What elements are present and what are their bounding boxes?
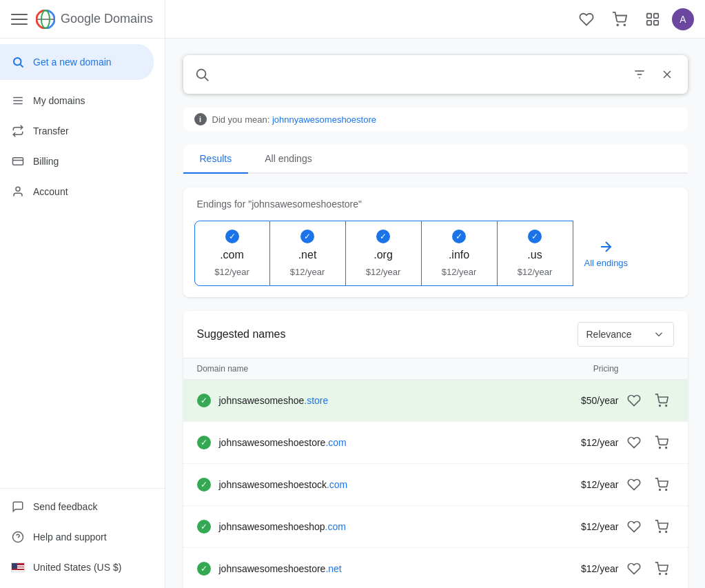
svg-point-36 <box>659 574 660 575</box>
ending-card-net[interactable]: ✓ .net $12/year <box>270 221 346 286</box>
domain-base-0: johnsawesomeshoe <box>219 395 305 406</box>
did-you-mean-prefix: Did you mean: <box>212 114 272 125</box>
save-domain-btn-1[interactable] <box>622 430 646 455</box>
clear-button[interactable] <box>657 65 677 84</box>
svg-rect-8 <box>13 158 23 165</box>
domain-check-0: ✓ <box>197 394 211 407</box>
ending-price-us: $12/year <box>518 267 553 277</box>
svg-point-32 <box>659 489 660 491</box>
svg-point-31 <box>665 447 666 449</box>
domain-base-2: johnsawesomeshoestock <box>219 479 327 490</box>
col-price: Pricing <box>536 364 619 374</box>
svg-point-13 <box>617 24 618 26</box>
did-you-mean-link[interactable]: johnnyawesomeshoestore <box>272 114 376 125</box>
ending-card-com[interactable]: ✓ .com $12/year <box>194 221 270 286</box>
domain-price-3: $12/year <box>536 521 619 532</box>
domain-tld-0: .store <box>304 395 328 406</box>
sidebar-item-billing-label: Billing <box>33 156 59 167</box>
add-cart-btn-0[interactable] <box>649 388 674 413</box>
endings-section: Endings for "johnsawesomeshoestore" ✓ .c… <box>183 187 688 297</box>
endings-grid: ✓ .com $12/year ✓ .net $12/year ✓ .org $… <box>183 215 688 297</box>
relevance-select[interactable]: Relevance <box>578 322 674 347</box>
domain-row: ✓ johnsawesomeshoeshop.com $12/year <box>183 506 688 548</box>
tab-bar: Results All endings <box>183 145 688 174</box>
save-domain-btn-0[interactable] <box>622 388 646 413</box>
all-endings-button[interactable]: All endings <box>573 221 640 286</box>
domain-base-4: johnsawesomeshoestore <box>219 563 326 574</box>
domain-tld-3: .com <box>325 521 346 532</box>
svg-point-34 <box>659 531 660 533</box>
domain-name-0: johnsawesomeshoe.store <box>219 395 536 406</box>
ending-card-us[interactable]: ✓ .us $12/year <box>498 221 573 286</box>
domain-check-4: ✓ <box>197 562 211 576</box>
sidebar-header: Google Domains <box>0 0 165 39</box>
svg-point-10 <box>16 187 20 191</box>
search-bar-icon <box>194 67 210 82</box>
ending-card-info[interactable]: ✓ .info $12/year <box>422 221 498 286</box>
ending-check-net: ✓ <box>300 230 314 243</box>
list-icon <box>11 94 25 108</box>
svg-point-37 <box>665 574 666 575</box>
menu-icon[interactable] <box>11 11 28 28</box>
sidebar-item-get-domain[interactable]: Get a new domain <box>0 44 154 80</box>
domain-tld-2: .com <box>327 479 347 490</box>
ending-check-org: ✓ <box>376 230 390 243</box>
apps-icon-button[interactable] <box>639 6 666 33</box>
google-domains-logo <box>36 10 55 29</box>
domain-actions-4 <box>619 556 674 581</box>
topbar: A <box>165 0 705 39</box>
sidebar-item-united-states[interactable]: United States (US $) <box>0 552 154 582</box>
col-domain: Domain name <box>197 364 536 374</box>
account-icon <box>11 185 25 199</box>
svg-point-14 <box>624 24 625 26</box>
sidebar-item-help-support[interactable]: Help and support <box>0 522 154 552</box>
sidebar-item-get-domain-label: Get a new domain <box>33 57 112 68</box>
sidebar-item-my-domains[interactable]: My domains <box>0 85 154 116</box>
did-you-mean-bar: i Did you mean: johnnyawesomeshoestore <box>183 108 688 131</box>
domain-name-4: johnsawesomeshoestore.net <box>219 563 536 574</box>
svg-point-35 <box>665 531 666 533</box>
add-cart-btn-4[interactable] <box>649 556 674 581</box>
domain-tld-4: .net <box>325 563 341 574</box>
flag-icon <box>11 560 25 574</box>
svg-line-20 <box>205 77 208 81</box>
svg-rect-16 <box>654 13 658 17</box>
domain-check-2: ✓ <box>197 478 211 491</box>
sidebar-item-send-feedback[interactable]: Send feedback <box>0 491 154 522</box>
tab-all-endings[interactable]: All endings <box>248 145 329 174</box>
ending-price-net: $12/year <box>290 267 325 277</box>
tab-results[interactable]: Results <box>183 145 249 174</box>
add-cart-btn-2[interactable] <box>649 472 674 497</box>
avatar[interactable]: A <box>672 8 694 30</box>
ending-price-com: $12/year <box>214 267 249 277</box>
search-input[interactable]: johnsawesomeshoestore <box>218 68 622 81</box>
suggested-header: Suggested names Relevance <box>183 311 688 358</box>
info-icon: i <box>194 113 207 125</box>
ending-price-info: $12/year <box>442 267 477 277</box>
transfer-icon <box>11 124 25 138</box>
sidebar-item-account[interactable]: Account <box>0 176 154 207</box>
help-icon <box>11 530 25 544</box>
sidebar-item-billing[interactable]: Billing <box>0 146 154 176</box>
add-cart-btn-3[interactable] <box>649 514 674 539</box>
domain-actions-1 <box>619 430 674 455</box>
save-icon-button[interactable] <box>573 6 600 33</box>
filter-button[interactable] <box>630 65 649 84</box>
save-domain-btn-2[interactable] <box>622 472 646 497</box>
save-domain-btn-3[interactable] <box>622 514 646 539</box>
svg-point-33 <box>665 489 666 491</box>
ending-card-org[interactable]: ✓ .org $12/year <box>346 221 422 286</box>
ending-name-info: .info <box>449 249 469 261</box>
sidebar-item-transfer-label: Transfer <box>33 125 69 136</box>
sidebar-item-send-feedback-label: Send feedback <box>33 501 97 512</box>
save-domain-btn-4[interactable] <box>622 556 646 581</box>
domain-price-1: $12/year <box>536 437 619 448</box>
cart-icon-button[interactable] <box>606 6 633 33</box>
domain-row: ✓ johnsawesomeshoe.store $50/year <box>183 380 688 422</box>
sidebar-item-transfer[interactable]: Transfer <box>0 116 154 146</box>
svg-point-28 <box>659 405 660 407</box>
domain-check-3: ✓ <box>197 520 211 534</box>
add-cart-btn-1[interactable] <box>649 430 674 455</box>
domain-row: ✓ johnsawesomeshoestore.com $12/year <box>183 422 688 464</box>
domain-tld-1: .com <box>325 437 346 448</box>
